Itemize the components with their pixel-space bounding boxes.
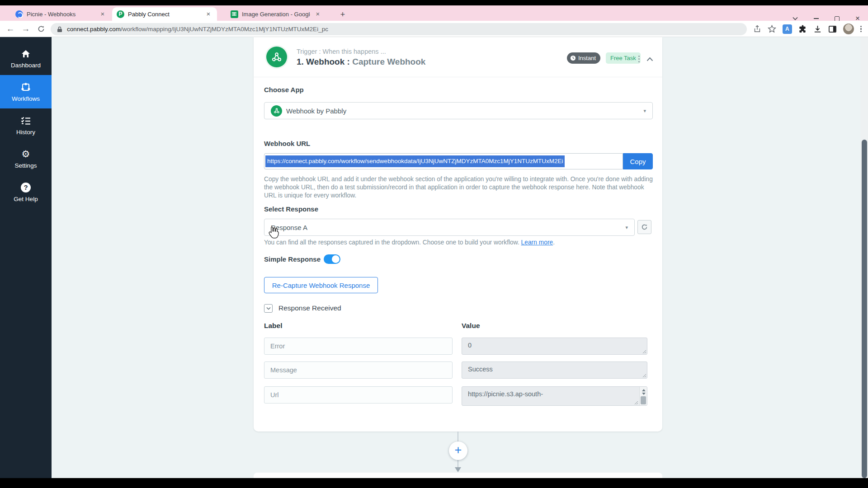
textarea-scrollbar[interactable] [639, 387, 647, 405]
resize-handle-icon[interactable] [634, 401, 638, 405]
scroll-thumb[interactable] [641, 396, 646, 404]
scroll-up-icon[interactable] [642, 389, 646, 391]
copy-button[interactable]: Copy [623, 153, 653, 169]
collapse-step-icon[interactable] [646, 55, 653, 63]
choose-app-value: Webhook by Pabbly [286, 107, 346, 115]
reload-icon[interactable] [34, 22, 48, 36]
clock-icon [570, 55, 576, 61]
webhook-url-value: https://connect.pabbly.com/workflow/send… [265, 155, 565, 167]
scrollbar-thumb[interactable] [862, 140, 867, 478]
mouse-cursor [268, 226, 279, 241]
workflows-icon [20, 82, 31, 93]
label-field-error[interactable]: Error [264, 338, 453, 355]
webhook-url-label: Webhook URL [264, 140, 310, 147]
add-step-button[interactable]: + [449, 441, 467, 460]
value-field-message[interactable]: Success [462, 361, 647, 379]
url-domain: connect.pabbly.com [67, 26, 121, 33]
tab-title: Pabbly Connect [128, 11, 201, 18]
simple-response-toggle[interactable] [324, 254, 340, 264]
app-sidebar: Dashboard Workflows History ⚙ Settings ?… [0, 37, 52, 478]
header-divider [254, 77, 662, 77]
sidebar-item-history[interactable]: History [0, 108, 52, 142]
caret-down-icon: ▾ [625, 225, 628, 230]
label-column-header: Label [264, 322, 282, 330]
page-scrollbar[interactable] [861, 37, 868, 478]
choose-app-select[interactable]: Webhook by Pabbly ▾ [264, 102, 653, 119]
back-icon[interactable]: ← [4, 22, 17, 36]
lock-icon [57, 26, 62, 33]
browser-menu-icon[interactable] [860, 26, 862, 33]
url-text: connect.pabbly.com/workflow/mapping/IjU3… [67, 26, 328, 33]
sidebar-item-dashboard[interactable]: Dashboard [0, 42, 52, 75]
next-step-card-edge [254, 473, 662, 478]
tab-title: Picnie - Webhooks [27, 11, 95, 18]
step-name: Capture Webhook [352, 57, 425, 66]
refresh-responses-button[interactable] [637, 220, 651, 234]
sidebar-item-label: Settings [15, 162, 37, 169]
address-bar[interactable]: connect.pabbly.com/workflow/mapping/IjU3… [51, 23, 747, 35]
download-icon[interactable] [813, 25, 822, 33]
picnie-favicon-icon [15, 10, 23, 18]
value-field-error[interactable]: 0 [462, 338, 647, 355]
sidebar-item-label: Dashboard [11, 62, 41, 69]
extensions-puzzle-icon[interactable] [798, 25, 807, 33]
recapture-webhook-button[interactable]: Re-Capture Webhook Response [264, 277, 378, 293]
choose-app-label: Choose App [264, 86, 304, 94]
toolbar-right-icons: A [753, 22, 862, 36]
resize-handle-icon[interactable] [642, 374, 646, 378]
bookmark-star-icon[interactable] [768, 25, 776, 33]
webhook-url-input[interactable]: https://connect.pabbly.com/workflow/send… [264, 153, 623, 169]
screen: Picnie - Webhooks × P Pabbly Connect × I… [0, 0, 868, 488]
select-response-dropdown[interactable]: Response A ▾ [264, 219, 635, 236]
resize-handle-icon[interactable] [642, 350, 646, 354]
tab-picnie-webhooks[interactable]: Picnie - Webhooks × [11, 7, 111, 21]
side-panel-icon[interactable] [828, 25, 837, 33]
tab-pabbly-connect[interactable]: P Pabbly Connect × [112, 7, 217, 21]
webhook-app-icon [266, 47, 287, 67]
forward-icon[interactable]: → [19, 22, 33, 36]
tab-close-icon[interactable]: × [314, 10, 322, 18]
toggle-knob [332, 255, 340, 263]
tab-title: Image Generation - Google Shee [242, 11, 310, 18]
connector-arrow-icon [455, 467, 461, 472]
select-response-label: Select Response [264, 205, 318, 213]
label-field-url[interactable]: Url [264, 386, 453, 404]
webhook-mini-icon [271, 105, 282, 117]
profile-avatar[interactable] [843, 23, 854, 34]
sidebar-item-get-help[interactable]: ? Get Help [0, 175, 52, 209]
step-number: 1. Webhook : [297, 57, 352, 66]
response-received-label: Response Received [278, 304, 341, 312]
history-list-icon [21, 115, 31, 126]
tab-close-icon[interactable]: × [99, 10, 107, 18]
sidebar-item-label: Get Help [14, 196, 38, 202]
home-icon [21, 48, 31, 59]
simple-response-label: Simple Response [264, 255, 321, 263]
help-icon: ? [21, 182, 31, 193]
refresh-icon [641, 224, 648, 230]
value-field-url[interactable]: https://picnie.s3.ap-south- [462, 386, 647, 406]
sidebar-item-workflows[interactable]: Workflows [0, 75, 52, 108]
step-title: 1. Webhook : Capture Webhook [297, 57, 425, 67]
browser-toolbar: ← → connect.pabbly.com/workflow/mapping/… [0, 21, 868, 37]
learn-more-link[interactable]: Learn more [521, 239, 553, 246]
trigger-step-card: Trigger : When this happens ... 1. Webho… [254, 37, 662, 432]
extension-a-icon[interactable]: A [783, 24, 792, 34]
label-field-message[interactable]: Message [264, 361, 453, 379]
share-icon[interactable] [753, 25, 761, 33]
tab-google-sheets[interactable]: Image Generation - Google Shee × [226, 7, 326, 21]
step-menu-icon[interactable] [638, 56, 640, 62]
browser-tabstrip: Picnie - Webhooks × P Pabbly Connect × I… [0, 5, 868, 21]
sidebar-item-label: Workflows [12, 95, 40, 102]
trigger-kicker: Trigger : When this happens ... [297, 48, 386, 55]
free-task-badge: Free Task [606, 52, 641, 64]
sidebar-item-label: History [16, 129, 35, 136]
sidebar-item-settings[interactable]: ⚙ Settings [0, 142, 52, 175]
instant-badge: Instant [567, 52, 600, 64]
response-received-collapse-icon[interactable] [264, 304, 273, 313]
response-help-text: You can find all the responses captured … [264, 239, 653, 247]
tab-close-icon[interactable]: × [204, 10, 212, 18]
new-tab-button[interactable]: + [337, 9, 348, 20]
scroll-down-icon[interactable] [642, 393, 646, 395]
value-column-header: Value [462, 322, 480, 330]
gear-icon: ⚙ [22, 149, 30, 160]
